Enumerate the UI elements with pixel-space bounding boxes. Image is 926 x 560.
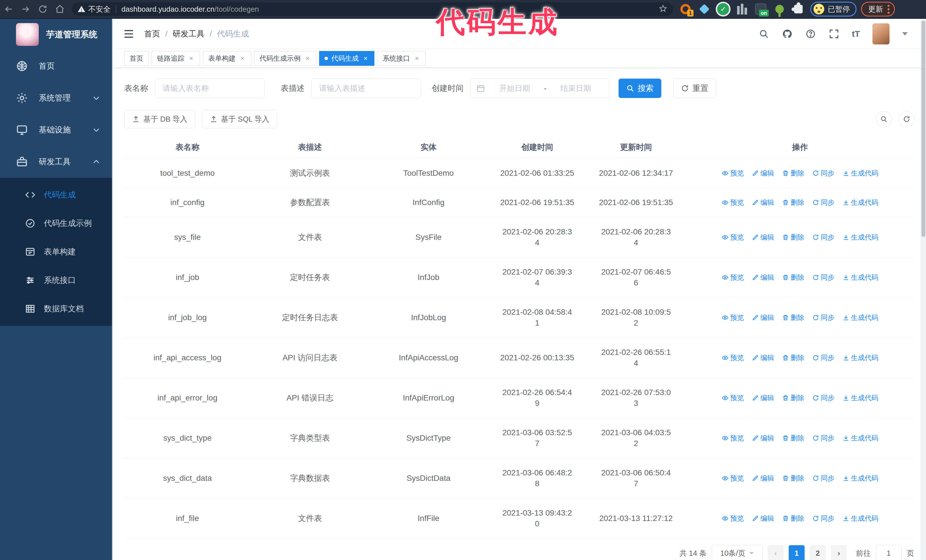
user-avatar[interactable] <box>872 23 890 44</box>
reload-button[interactable] <box>34 1 51 17</box>
action-download[interactable]: 生成代码 <box>843 473 878 484</box>
profile-chip[interactable]: 已暂停 <box>810 2 856 17</box>
extension-orange[interactable]: 1 <box>678 2 693 17</box>
submenu-item-form[interactable]: 表单构建 <box>0 237 112 266</box>
action-edit[interactable]: 编辑 <box>752 197 774 208</box>
action-eye[interactable]: 预览 <box>722 272 744 283</box>
action-trash[interactable]: 删除 <box>782 272 804 283</box>
sidebar-item-monitor[interactable]: 基础设施 <box>0 114 112 146</box>
action-eye[interactable]: 预览 <box>722 513 744 524</box>
tab-首页[interactable]: 首页 <box>124 51 149 66</box>
action-sync[interactable]: 同步 <box>812 272 835 283</box>
action-sync[interactable]: 同步 <box>812 312 835 323</box>
submenu-item-sliders[interactable]: 系统接口 <box>0 266 112 294</box>
scrollbar[interactable] <box>920 19 926 560</box>
action-trash[interactable]: 删除 <box>782 168 804 179</box>
table-name-input[interactable] <box>155 78 265 98</box>
action-edit[interactable]: 编辑 <box>752 433 774 444</box>
extension-key[interactable] <box>772 2 787 17</box>
extension-dark[interactable]: on <box>754 2 768 17</box>
prev-page-button[interactable]: ‹ <box>767 545 784 560</box>
action-sync[interactable]: 同步 <box>812 352 835 363</box>
action-download[interactable]: 生成代码 <box>843 513 878 524</box>
action-sync[interactable]: 同步 <box>812 392 835 403</box>
action-edit[interactable]: 编辑 <box>752 232 774 243</box>
action-edit[interactable]: 编辑 <box>752 168 774 179</box>
close-tab-icon[interactable]: × <box>304 55 311 62</box>
action-sync[interactable]: 同步 <box>812 232 835 243</box>
action-download[interactable]: 生成代码 <box>843 312 878 323</box>
action-download[interactable]: 生成代码 <box>843 232 878 243</box>
action-eye[interactable]: 预览 <box>722 197 744 208</box>
menu-dots-icon[interactable] <box>888 5 890 14</box>
extension-columns[interactable] <box>735 2 749 17</box>
action-download[interactable]: 生成代码 <box>843 433 878 444</box>
sidebar-item-gear[interactable]: 系统管理 <box>0 82 112 114</box>
close-tab-icon[interactable]: × <box>188 55 195 62</box>
action-edit[interactable]: 编辑 <box>752 352 774 363</box>
chevron-down-icon[interactable] <box>902 32 908 36</box>
close-tab-icon[interactable]: × <box>413 55 420 62</box>
action-download[interactable]: 生成代码 <box>843 197 878 208</box>
close-tab-icon[interactable]: × <box>239 55 246 62</box>
action-eye[interactable]: 预览 <box>722 232 744 243</box>
tab-代码生成示例[interactable]: 代码生成示例× <box>254 51 316 66</box>
db-import-button[interactable]: 基于 DB 导入 <box>124 110 195 128</box>
action-trash[interactable]: 删除 <box>782 433 804 444</box>
breadcrumb-home[interactable]: 首页 <box>144 29 160 39</box>
tab-代码生成[interactable]: 代码生成× <box>319 51 374 66</box>
action-sync[interactable]: 同步 <box>812 473 835 484</box>
action-edit[interactable]: 编辑 <box>752 312 774 323</box>
action-edit[interactable]: 编辑 <box>752 513 774 524</box>
action-edit[interactable]: 编辑 <box>752 473 774 484</box>
action-download[interactable]: 生成代码 <box>843 272 878 283</box>
font-size-icon[interactable]: tT <box>852 29 860 39</box>
action-trash[interactable]: 删除 <box>782 232 804 243</box>
submenu-item-badge-check[interactable]: 代码生成示例 <box>0 209 112 237</box>
address-bar[interactable]: 不安全 dashboard.yudao.iocoder.cn /tool/cod… <box>72 2 673 16</box>
date-range-input[interactable]: 开始日期 - 结束日期 <box>471 78 609 98</box>
page-button[interactable]: 2 <box>810 545 826 560</box>
refresh-table-button[interactable] <box>899 111 915 127</box>
action-eye[interactable]: 预览 <box>722 473 744 484</box>
action-edit[interactable]: 编辑 <box>752 392 774 403</box>
fullscreen-icon[interactable] <box>829 29 840 39</box>
action-trash[interactable]: 删除 <box>782 197 804 208</box>
close-tab-icon[interactable]: × <box>362 55 369 62</box>
breadcrumb-section[interactable]: 研发工具 <box>172 29 204 39</box>
page-button[interactable]: 1 <box>789 545 805 560</box>
search-icon[interactable] <box>758 29 769 39</box>
tab-链路追踪[interactable]: 链路追踪× <box>151 51 200 66</box>
help-icon[interactable] <box>805 29 816 39</box>
action-eye[interactable]: 预览 <box>722 352 744 363</box>
action-trash[interactable]: 删除 <box>782 312 804 323</box>
home-button[interactable] <box>51 1 68 17</box>
action-download[interactable]: 生成代码 <box>843 352 878 363</box>
tab-系统接口[interactable]: 系统接口× <box>377 51 426 66</box>
action-eye[interactable]: 预览 <box>722 168 744 179</box>
action-edit[interactable]: 编辑 <box>752 272 774 283</box>
action-trash[interactable]: 删除 <box>782 473 804 484</box>
action-trash[interactable]: 删除 <box>782 513 804 524</box>
bookmark-star-icon[interactable] <box>659 4 667 14</box>
goto-page-input[interactable] <box>876 545 902 560</box>
reset-button[interactable]: 重置 <box>673 78 716 98</box>
tab-表单构建[interactable]: 表单构建× <box>203 51 251 66</box>
sidebar-item-dashboard[interactable]: 首页 <box>0 50 112 82</box>
github-icon[interactable] <box>782 29 793 39</box>
table-desc-input[interactable] <box>312 78 421 98</box>
search-button[interactable]: 搜索 <box>619 78 661 98</box>
action-trash[interactable]: 删除 <box>782 352 804 363</box>
next-page-button[interactable]: › <box>831 545 847 560</box>
action-sync[interactable]: 同步 <box>812 168 835 179</box>
sidebar-item-toolbox[interactable]: 研发工具 <box>0 146 112 178</box>
action-eye[interactable]: 预览 <box>722 312 744 323</box>
toggle-search-button[interactable] <box>876 111 892 127</box>
extensions-puzzle-button[interactable] <box>791 2 806 17</box>
back-button[interactable] <box>0 1 17 17</box>
update-button[interactable]: 更新 <box>861 2 895 17</box>
page-size-select[interactable]: 10条/页 <box>712 545 763 560</box>
action-download[interactable]: 生成代码 <box>843 392 878 403</box>
action-download[interactable]: 生成代码 <box>843 168 878 179</box>
action-sync[interactable]: 同步 <box>812 433 835 444</box>
